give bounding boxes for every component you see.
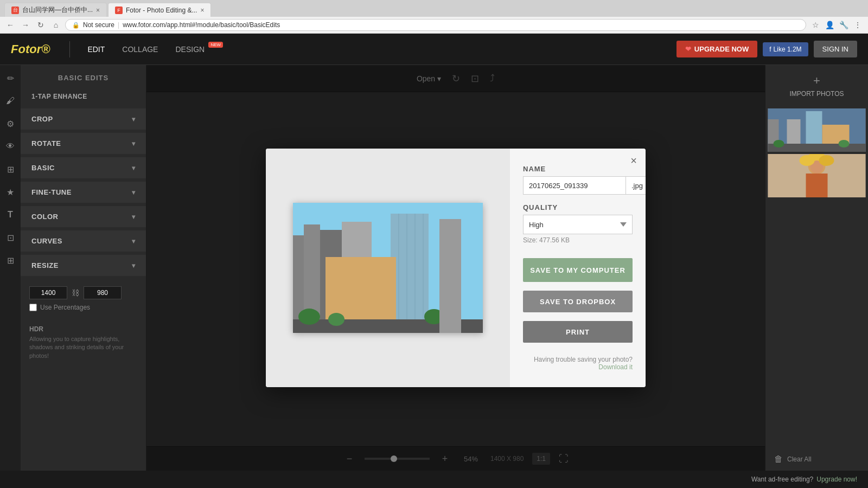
use-percentages-checkbox[interactable] xyxy=(29,304,37,311)
svg-point-69 xyxy=(298,309,320,325)
modal-preview-image xyxy=(293,203,483,333)
quality-select[interactable]: Low Medium High Original xyxy=(523,215,633,234)
canvas-area: Open ▾ ↻ ⊡ ⤴ xyxy=(146,65,765,471)
resize-link-icon: ⛓ xyxy=(72,288,79,297)
photo-thumb-2[interactable] xyxy=(768,154,866,197)
quality-section: QUALITY Low Medium High Original Size: 4… xyxy=(523,203,633,244)
modal-overlay: × NAME .jpg .png .bmp xyxy=(146,65,765,471)
modal-left xyxy=(266,149,510,387)
fb-like-label: Like 1.2M xyxy=(774,46,802,53)
trash-icon: 🗑 xyxy=(774,454,783,464)
sidebar-item-crop[interactable]: CROP ▾ xyxy=(21,108,146,130)
trouble-text: Having trouble saving your photo? xyxy=(534,356,633,363)
basic-arrow: ▾ xyxy=(132,164,136,172)
resize-height-input[interactable] xyxy=(84,286,122,299)
resize-label: RESIZE xyxy=(31,261,59,269)
tab1-title: 台山同学网—台中侨中... xyxy=(22,5,93,15)
crop-icon-strip[interactable]: ⊡ xyxy=(4,231,17,244)
sidebar-item-color[interactable]: COLOR ▾ xyxy=(21,206,146,227)
save-modal: × NAME .jpg .png .bmp xyxy=(266,149,646,387)
signin-button[interactable]: SIGN IN xyxy=(814,41,857,57)
ad-free-message: Want ad-free editing? Upgrade now! xyxy=(751,476,857,483)
crop-label: CROP xyxy=(31,115,53,123)
import-photos-label: IMPORT PHOTOS xyxy=(789,90,844,98)
print-button[interactable]: PRINT xyxy=(523,321,633,343)
new-badge: NEW xyxy=(208,42,223,48)
tab1-close[interactable]: × xyxy=(96,7,100,14)
download-it-link[interactable]: Download it xyxy=(598,363,633,371)
app-topbar: Fotor® EDIT COLLAGE DESIGN NEW ❤ UPGRADE… xyxy=(0,34,868,65)
bookmark-button[interactable]: ☆ xyxy=(809,19,821,31)
color-label: COLOR xyxy=(31,213,58,221)
sidebar-item-resize[interactable]: RESIZE ▾ xyxy=(21,255,146,276)
browser-nav-bar: ← → ↻ ⌂ 🔒 Not secure | www.fotor.com/app… xyxy=(0,17,868,33)
settings-icon[interactable]: ⚙ xyxy=(4,117,17,130)
rotate-arrow: ▾ xyxy=(132,140,136,147)
filename-input[interactable] xyxy=(523,176,626,195)
brush-icon[interactable]: 🖌 xyxy=(4,94,17,107)
import-photos-btn[interactable]: + IMPORT PHOTOS xyxy=(765,65,868,106)
eye-icon[interactable]: 👁 xyxy=(4,140,17,153)
left-sidebar: ✏ 🖌 ⚙ 👁 ⊞ ★ T ⊡ ⊞ BASIC EDITS 1-TAP ENHA… xyxy=(0,65,146,471)
trouble-section: Having trouble saving your photo? Downlo… xyxy=(523,356,633,371)
finetune-arrow: ▾ xyxy=(132,189,136,196)
reload-button[interactable]: ↻ xyxy=(35,19,47,31)
sticker-icon[interactable]: ⊞ xyxy=(4,254,17,267)
color-arrow: ▾ xyxy=(132,213,136,221)
svg-point-80 xyxy=(774,140,784,147)
right-sidebar-bottom: 🗑 Clear All xyxy=(765,448,868,471)
fotor-logo[interactable]: Fotor® xyxy=(11,42,50,56)
address-bar[interactable]: 🔒 Not secure | www.fotor.com/app.html#!m… xyxy=(65,19,806,31)
ad-free-text: Want ad-free editing? xyxy=(751,476,813,483)
nav-design[interactable]: DESIGN NEW xyxy=(167,41,224,58)
sidebar-item-finetune[interactable]: FINE-TUNE ▾ xyxy=(21,182,146,203)
name-section: NAME .jpg .png .bmp xyxy=(523,165,633,195)
modal-close-button[interactable]: × xyxy=(627,154,640,167)
use-percentages-row: Use Percentages xyxy=(29,304,137,311)
sidebar-items: CROP ▾ ROTATE ▾ BASIC ▾ FINE-TUNE ▾ COLO… xyxy=(21,107,146,278)
address-text: www.fotor.com/app.html#!module/basic/too… xyxy=(123,21,280,29)
star-icon[interactable]: ★ xyxy=(4,185,17,198)
hdr-section: HDR Allowing you to capture highlights, … xyxy=(21,319,146,367)
save-to-dropbox-button[interactable]: SAVE TO DROPBOX xyxy=(523,291,633,312)
main-content: ✏ 🖌 ⚙ 👁 ⊞ ★ T ⊡ ⊞ BASIC EDITS 1-TAP ENHA… xyxy=(0,65,868,471)
upgrade-now-link[interactable]: Upgrade now! xyxy=(816,476,857,483)
browser-tab-2[interactable]: F Fotor - Photo Editing &... × xyxy=(108,3,211,17)
photo-thumb-1[interactable] xyxy=(768,108,866,152)
grid-icon[interactable]: ⊞ xyxy=(4,163,17,176)
tab2-close[interactable]: × xyxy=(200,7,204,14)
upgrade-now-button[interactable]: ❤ UPGRADE NOW xyxy=(676,41,757,57)
topbar-right: ❤ UPGRADE NOW f Like 1.2M SIGN IN xyxy=(676,41,857,57)
save-to-computer-button[interactable]: SAVE TO MY COMPUTER xyxy=(523,258,633,282)
nav-collage[interactable]: COLLAGE xyxy=(113,41,167,58)
topbar-nav: EDIT COLLAGE DESIGN NEW xyxy=(79,41,676,58)
browser-nav-right: ☆ 👤 🔧 ⋮ xyxy=(809,19,864,31)
svg-point-87 xyxy=(800,155,815,166)
clear-all-label[interactable]: Clear All xyxy=(787,455,812,463)
fb-like-button[interactable]: f Like 1.2M xyxy=(763,42,808,56)
menu-button[interactable]: ⋮ xyxy=(852,19,864,31)
resize-section: ⛓ Use Percentages xyxy=(21,278,146,319)
text-icon[interactable]: T xyxy=(4,208,17,221)
sidebar-item-curves[interactable]: CURVES ▾ xyxy=(21,230,146,252)
extension-button[interactable]: 🔧 xyxy=(838,19,850,31)
home-button[interactable]: ⌂ xyxy=(50,19,62,31)
sidebar-item-basic[interactable]: BASIC ▾ xyxy=(21,157,146,178)
quality-label: QUALITY xyxy=(523,203,633,211)
use-percentages-label[interactable]: Use Percentages xyxy=(40,304,90,311)
profile-button[interactable]: 👤 xyxy=(824,19,835,31)
forward-button[interactable]: → xyxy=(20,19,31,31)
pencil-icon[interactable]: ✏ xyxy=(4,72,17,85)
resize-width-input[interactable] xyxy=(29,286,67,299)
nav-edit[interactable]: EDIT xyxy=(79,41,113,58)
browser-chrome: 台 台山同学网—台中侨中... × F Fotor - Photo Editin… xyxy=(0,0,868,34)
one-tap-enhance[interactable]: 1-TAP ENHANCE xyxy=(21,86,146,107)
browser-tab-1[interactable]: 台 台山同学网—台中侨中... × xyxy=(4,3,107,17)
import-plus-icon: + xyxy=(813,74,820,88)
tab2-favicon: F xyxy=(115,7,123,14)
sidebar-item-rotate[interactable]: ROTATE ▾ xyxy=(21,133,146,154)
extension-select[interactable]: .jpg .png .bmp xyxy=(626,176,646,195)
back-button[interactable]: ← xyxy=(4,19,16,31)
sidebar-title: BASIC EDITS xyxy=(21,65,146,86)
address-divider: | xyxy=(118,21,119,29)
